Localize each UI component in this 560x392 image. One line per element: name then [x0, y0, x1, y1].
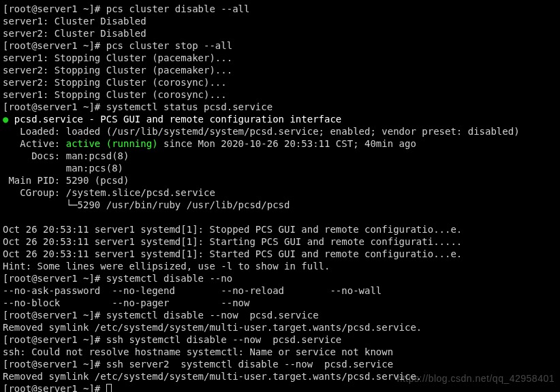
main-pid-line: Main PID: 5290 (pcsd) [3, 175, 129, 186]
shell-prompt: [root@server1 ~]# [3, 40, 106, 51]
docs-line: man:pcs(8) [3, 163, 123, 174]
shell-prompt: [root@server1 ~]# [3, 3, 106, 14]
cgroup-line: CGroup: /system.slice/pcsd.service [3, 187, 215, 198]
tab-completion-line: --no-block --no-pager --now [3, 297, 249, 308]
command-text: pcs cluster stop --all [106, 40, 232, 51]
error-line: ssh: Could not resolve hostname systemct… [3, 346, 393, 357]
active-label: Active: [3, 138, 66, 149]
hint-line: Hint: Some lines were ellipsized, use -l… [3, 261, 330, 272]
loaded-line: Loaded: loaded (/usr/lib/systemd/system/… [3, 126, 520, 137]
docs-line: Docs: man:pcsd(8) [3, 150, 129, 161]
shell-prompt: [root@server1 ~]# [3, 310, 106, 321]
active-since: since Mon 2020-10-26 20:53:11 CST; 40min… [158, 138, 416, 149]
shell-prompt: [root@server1 ~]# [3, 383, 106, 392]
shell-prompt: [root@server1 ~]# [3, 334, 106, 345]
output-line: server1: Stopping Cluster (corosync)... [3, 89, 227, 100]
journal-line: Oct 26 20:53:11 server1 systemd[1]: Stop… [3, 224, 462, 235]
terminal-output[interactable]: [root@server1 ~]# pcs cluster disable --… [0, 0, 560, 392]
command-text: systemctl status pcsd.service [106, 101, 273, 112]
output-line: server1: Cluster Disabled [3, 16, 146, 27]
output-line: server2: Stopping Cluster (corosync)... [3, 77, 227, 88]
command-text: pcs cluster disable --all [106, 3, 250, 14]
tab-completion-line: --no-ask-password --no-legend --no-reloa… [3, 285, 382, 296]
journal-line: Oct 26 20:53:11 server1 systemd[1]: Star… [3, 248, 462, 259]
command-text: ssh server2 systemctl disable --now pcsd… [106, 359, 393, 370]
command-text: systemctl disable --now pcsd.service [106, 310, 319, 321]
cursor-icon [106, 384, 112, 392]
output-line: Removed symlink /etc/systemd/system/mult… [3, 322, 422, 333]
output-line: server1: Stopping Cluster (pacemaker)... [3, 52, 232, 63]
shell-prompt: [root@server1 ~]# [3, 359, 106, 370]
command-text: ssh systemctl disable --now pcsd.service [106, 334, 342, 345]
output-line: server2: Stopping Cluster (pacemaker)... [3, 65, 232, 76]
journal-line: Oct 26 20:53:11 server1 systemd[1]: Star… [3, 236, 462, 247]
cgroup-child-line: └─5290 /usr/bin/ruby /usr/lib/pcsd/pcsd [3, 199, 290, 210]
active-state: active (running) [66, 138, 158, 149]
output-line: Removed symlink /etc/systemd/system/mult… [3, 371, 422, 382]
service-title: pcsd.service - PCS GUI and remote config… [8, 114, 341, 125]
shell-prompt: [root@server1 ~]# [3, 273, 106, 284]
command-text: systemctl disable --no [106, 273, 232, 284]
output-line: server2: Cluster Disabled [3, 28, 146, 39]
shell-prompt: [root@server1 ~]# [3, 101, 106, 112]
